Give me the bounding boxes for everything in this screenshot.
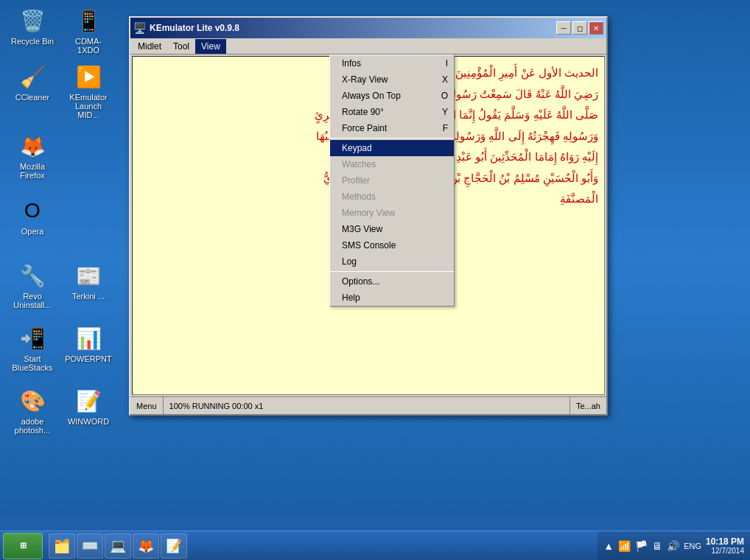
powerpnt-icon: 📊 <box>74 323 103 353</box>
tray-clock[interactable]: 10:18 PM 12/7/2014 <box>706 536 744 555</box>
menu-separator-1 <box>330 138 454 139</box>
menu-item-watches: Watches <box>330 156 454 172</box>
app-icon: 🖥️ <box>133 22 145 34</box>
menu-item-keypad[interactable]: Keypad <box>330 140 454 156</box>
menu-item-xray[interactable]: X-Ray View X <box>330 71 454 88</box>
menu-midlet[interactable]: Midlet <box>132 39 167 54</box>
photoshop-icon: 🎨 <box>18 386 47 416</box>
taskbar-icon-word[interactable]: 📝 <box>161 533 187 559</box>
menu-item-m3g[interactable]: M3G View <box>330 221 454 237</box>
menu-item-methods: Methods <box>330 189 454 205</box>
cdma-icon: 📱 <box>74 6 103 35</box>
desktop-icon-ccleaner[interactable]: 🧹 CCleaner <box>6 59 59 105</box>
tray-arrow-icon[interactable]: ▲ <box>603 540 614 552</box>
desktop-icon-powerpnt[interactable]: 📊 POWERPNT <box>62 321 115 366</box>
desktop-icon-firefox[interactable]: 🦊 Mozilla Firefox <box>6 128 59 183</box>
desktop-icon-terkini[interactable]: 📰 Terkini ... <box>62 258 115 304</box>
menu-item-infos[interactable]: Infos I <box>330 55 454 71</box>
menu-item-force-paint[interactable]: Force Paint F <box>330 120 454 136</box>
app-window: 🖥️ KEmulator Lite v0.9.8 ─ ◻ ✕ Midlet To… <box>129 16 608 416</box>
recycle-bin-label: Recycle Bin <box>11 37 54 46</box>
desktop-icon-kemulator-launch[interactable]: ▶️ KEmulator Launch MID... <box>62 59 115 122</box>
taskbar-quicklaunch: 🗂️ ⌨️ 💻 🦊 📝 <box>49 533 187 559</box>
desktop-icon-winword[interactable]: 📝 WINWORD <box>62 383 115 429</box>
opera-icon: O <box>18 196 47 225</box>
status-menu: Menu <box>130 397 164 414</box>
taskbar: ⊞ 🗂️ ⌨️ 💻 🦊 📝 ▲ 📶 🏳️ 🖥 🔊 ENG 10:18 PM 12… <box>0 531 750 560</box>
view-dropdown: Infos I X-Ray View X Always On Top O Rot… <box>329 55 455 307</box>
menu-bar: Midlet Tool View <box>130 38 606 55</box>
powerpnt-label: POWERPNT <box>65 354 112 363</box>
taskbar-icon-terminal[interactable]: 💻 <box>105 533 131 559</box>
tray-sound-icon[interactable]: 🔊 <box>667 540 679 552</box>
window-title: KEmulator Lite v0.9.8 <box>150 23 556 33</box>
tray-lang-label[interactable]: ENG <box>684 542 701 550</box>
ccleaner-label: CCleaner <box>15 93 49 102</box>
menu-item-options[interactable]: Options... <box>330 273 454 290</box>
titlebar: 🖥️ KEmulator Lite v0.9.8 ─ ◻ ✕ <box>130 18 606 38</box>
menu-item-memory-view: Memory View <box>330 205 454 221</box>
menu-item-rotate[interactable]: Rotate 90° Y <box>330 104 454 120</box>
cdma-label: CDMA-1XDO <box>65 37 112 55</box>
desktop-icon-cdma[interactable]: 📱 CDMA-1XDO <box>62 3 115 57</box>
firefox-label: Mozilla Firefox <box>9 162 56 180</box>
bluestacks-icon: 📲 <box>18 323 47 353</box>
tray-network-icon[interactable]: 📶 <box>618 540 631 552</box>
opera-label: Opera <box>21 227 44 236</box>
recycle-bin-icon: 🗑️ <box>18 6 47 35</box>
firefox-icon: 🦊 <box>18 131 47 161</box>
revo-icon: 🔧 <box>18 261 47 290</box>
winword-icon: 📝 <box>74 386 103 416</box>
bluestacks-label: Start BlueStacks <box>9 354 56 372</box>
taskbar-icon-keyboard[interactable]: ⌨️ <box>77 533 103 559</box>
tray-flag-icon[interactable]: 🏳️ <box>635 540 648 552</box>
terkini-label: Terkini ... <box>72 292 105 301</box>
taskbar-icon-folder[interactable]: 🗂️ <box>49 533 75 559</box>
menu-item-sms-console[interactable]: SMS Console <box>330 237 454 253</box>
terkini-icon: 📰 <box>74 261 103 290</box>
restore-button[interactable]: ◻ <box>572 21 587 35</box>
tray-monitor-icon[interactable]: 🖥 <box>652 540 662 552</box>
status-bar: Menu 100% RUNNING 00:00 x1 Te...ah <box>130 396 606 414</box>
desktop-icon-opera[interactable]: O Opera <box>6 193 59 239</box>
menu-tool[interactable]: Tool <box>167 39 195 54</box>
status-right: Te...ah <box>570 397 606 414</box>
minimize-button[interactable]: ─ <box>556 21 571 35</box>
desktop: 🗑️ Recycle Bin 📱 CDMA-1XDO 🧹 CCleaner ▶️… <box>0 0 750 516</box>
kemulator-launch-label: KEmulator Launch MID... <box>65 93 112 119</box>
menu-item-log[interactable]: Log <box>330 253 454 270</box>
revo-label: Revo Uninstall... <box>9 292 56 309</box>
status-running: 100% RUNNING 00:00 x1 <box>164 397 570 414</box>
menu-view[interactable]: View <box>195 39 226 54</box>
menu-item-profiler: Profiler <box>330 172 454 189</box>
winword-label: WINWORD <box>68 417 109 426</box>
desktop-icon-revo[interactable]: 🔧 Revo Uninstall... <box>6 258 59 312</box>
desktop-icon-photoshop[interactable]: 🎨 adobe photosh... <box>6 383 59 438</box>
menu-item-always-on-top[interactable]: Always On Top O <box>330 88 454 104</box>
menu-item-help[interactable]: Help <box>330 290 454 306</box>
desktop-icon-bluestacks[interactable]: 📲 Start BlueStacks <box>6 321 59 375</box>
close-button[interactable]: ✕ <box>589 21 603 35</box>
system-tray: ▲ 📶 🏳️ 🖥 🔊 ENG 10:18 PM 12/7/2014 <box>597 531 750 560</box>
desktop-icon-recycle-bin[interactable]: 🗑️ Recycle Bin <box>6 3 59 49</box>
menu-separator-2 <box>330 271 454 272</box>
start-button[interactable]: ⊞ <box>3 533 43 559</box>
ccleaner-icon: 🧹 <box>18 62 47 91</box>
kemulator-launch-icon: ▶️ <box>74 62 103 91</box>
taskbar-icon-firefox[interactable]: 🦊 <box>133 533 159 559</box>
photoshop-label: adobe photosh... <box>9 417 56 435</box>
window-controls: ─ ◻ ✕ <box>556 21 603 35</box>
